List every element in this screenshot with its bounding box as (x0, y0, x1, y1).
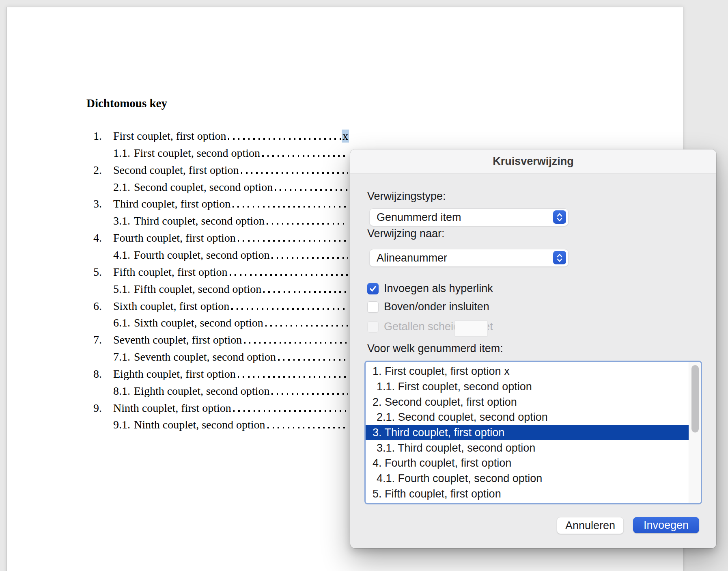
line-number: 7. (93, 333, 113, 346)
document-list-line: 1.First couplet, first optionx (93, 130, 349, 147)
reference-type-label: Verwijzingstype: (367, 190, 446, 203)
document-list-line: 7.1.Seventh couplet, second option (113, 350, 349, 368)
dot-leader (271, 393, 348, 395)
dot-leader (275, 189, 348, 191)
list-item[interactable]: 2.1. Second couplet, second option (366, 410, 689, 425)
line-number: 4. (93, 231, 113, 244)
document-list-line: 6.Sixth couplet, first option (93, 300, 349, 317)
line-number: 5.1. (113, 283, 130, 296)
numbered-item-listbox[interactable]: 1. First couplet, first option x1.1. Fir… (364, 361, 702, 504)
dot-leader (233, 410, 348, 412)
dot-leader (262, 155, 348, 157)
dot-leader (233, 206, 348, 208)
line-text: Eighth couplet, first option (113, 368, 236, 381)
line-text: Sixth couplet, second option (134, 316, 263, 329)
list-item[interactable]: 4.1. Fourth couplet, second option (366, 471, 689, 487)
checkbox-disabled[interactable] (367, 321, 379, 333)
line-text: Third couplet, first option (113, 197, 230, 210)
screen: Dichtomous key 1.First couplet, first op… (0, 0, 728, 571)
cross-reference-dialog: Kruisverwijzing Verwijzingstype: Genumme… (350, 149, 716, 548)
line-text: Fifth couplet, second option (134, 283, 261, 296)
dialog-titlebar[interactable]: Kruisverwijzing (350, 149, 716, 173)
line-text: Fourth couplet, second option (134, 249, 269, 262)
line-number: 4.1. (113, 249, 130, 262)
dot-leader (265, 325, 348, 327)
include-above-below-checkbox-row[interactable]: Boven/onder insluiten (367, 301, 489, 313)
checkbox-empty[interactable] (367, 301, 379, 313)
numbered-item-list-rows: 1. First couplet, first option x1.1. Fir… (366, 362, 689, 503)
document-list-line: 6.1.Sixth couplet, second option (113, 316, 349, 333)
line-text: Sixth couplet, first option (113, 300, 229, 313)
line-text: Third couplet, second option (134, 214, 265, 227)
selected-text: x (342, 130, 349, 143)
list-item[interactable]: 2. Second couplet, first option (366, 394, 689, 410)
document-list-line: 9.1.Ninth couplet, second option (113, 418, 349, 435)
reference-type-dropdown[interactable]: Genummerd item (369, 208, 569, 226)
line-number: 3. (93, 197, 113, 210)
document-list-line: 3.1.Third couplet, second option (113, 214, 349, 231)
dialog-title: Kruisverwijzing (493, 155, 574, 168)
reference-to-label: Verwijzing naar: (367, 227, 445, 240)
list-item[interactable]: 5. Fifth couplet, first option (366, 487, 689, 502)
document-list-line: 2.Second couplet, first option (93, 164, 349, 181)
list-item[interactable]: 1. First couplet, first option x (366, 364, 689, 379)
line-text: Second couplet, second option (134, 181, 273, 194)
dot-leader (231, 308, 348, 310)
line-number: 9. (93, 402, 113, 415)
dot-leader (263, 291, 348, 293)
insert-button[interactable]: Invoegen (633, 517, 699, 533)
line-number: 6. (93, 300, 113, 313)
dot-leader (271, 257, 348, 259)
line-text: Seventh couplet, second option (134, 350, 276, 363)
separator-field[interactable] (454, 320, 488, 337)
reference-to-dropdown[interactable]: Alineanummer (369, 249, 569, 267)
dot-leader (238, 240, 348, 242)
document-list-line: 8.Eighth couplet, first option (93, 368, 349, 385)
listbox-scrollbar-track[interactable] (689, 362, 701, 503)
checkmark-icon[interactable] (367, 283, 379, 294)
document-list-line: 3.Third couplet, first option (93, 197, 349, 214)
document-list-line: 4.1.Fourth couplet, second option (113, 249, 349, 266)
dot-leader (238, 376, 348, 378)
line-number: 1. (93, 130, 113, 143)
list-item[interactable]: 4. Fourth couplet, first option (366, 456, 689, 471)
dot-leader (228, 138, 341, 140)
document-list-line: 5.Fifth couplet, first option (93, 266, 349, 283)
line-number: 7.1. (113, 350, 130, 363)
document-list-line: 4.Fourth couplet, first option (93, 231, 349, 249)
hyperlink-checkbox-label: Invoegen als hyperlink (384, 282, 493, 295)
up-down-chevrons-icon[interactable] (553, 251, 566, 264)
line-text: Second couplet, first option (113, 164, 239, 177)
cancel-button[interactable]: Annuleren (557, 517, 624, 534)
include-above-below-label: Boven/onder insluiten (384, 301, 489, 313)
line-text: Fifth couplet, first option (113, 266, 228, 279)
line-number: 3.1. (113, 214, 130, 227)
document-list-line: 9.Ninth couplet, first option (93, 402, 349, 419)
line-text: Eighth couplet, second option (134, 385, 269, 398)
line-number: 2.1. (113, 181, 130, 194)
up-down-chevrons-icon[interactable] (553, 210, 566, 224)
line-number: 9.1. (113, 418, 130, 431)
list-item[interactable]: 3.1. Third couplet, second option (366, 440, 689, 456)
list-item-selected[interactable]: 3. Third couplet, first option (366, 425, 689, 441)
line-number: 6.1. (113, 316, 130, 329)
dot-leader (278, 359, 348, 361)
listbox-scrollbar-thumb[interactable] (691, 365, 699, 433)
line-text: First couplet, first option (113, 130, 226, 143)
document-list-line: 8.1.Eighth couplet, second option (113, 385, 349, 402)
document-list-line: 2.1.Second couplet, second option (113, 181, 349, 198)
document-heading: Dichtomous key (86, 97, 167, 110)
line-number: 8.1. (113, 385, 130, 398)
line-number: 5. (93, 266, 113, 279)
line-number: 1.1. (113, 147, 130, 160)
document-list-line: 7.Seventh couplet, first option (93, 333, 349, 350)
line-text: First couplet, second option (134, 147, 260, 160)
hyperlink-checkbox-row[interactable]: Invoegen als hyperlink (367, 282, 493, 295)
document-list-line: 5.1.Fifth couplet, second option (113, 283, 349, 300)
line-number: 8. (93, 368, 113, 381)
document-list-line: 1.1.First couplet, second option (113, 147, 349, 164)
line-text: Fourth couplet, first option (113, 231, 236, 244)
line-text: Ninth couplet, first option (113, 402, 231, 415)
dot-leader (244, 342, 348, 344)
list-item[interactable]: 1.1. First couplet, second option (366, 379, 689, 395)
